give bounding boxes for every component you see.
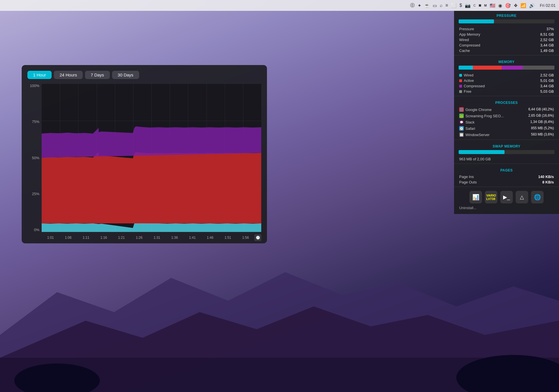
pressure-value-1: 8,51 GB bbox=[540, 32, 554, 37]
globe-btn[interactable]: △ bbox=[516, 191, 528, 203]
menubar: ⓪ ✦ ☕ ▭ ⌕ ≡ ⬜ $ 📷 C ■ M 🇺🇸 ◉ 🎯 ❖ 📶 🔊 Fri… bbox=[0, 0, 559, 11]
search-icon[interactable]: ⌕ bbox=[440, 3, 443, 8]
pressure-label-3: Compressed bbox=[459, 43, 480, 47]
page-outs-value: 8 KB/s bbox=[542, 180, 554, 184]
control-icon[interactable]: ⬜ bbox=[451, 3, 457, 8]
x-label-5: 1:26 bbox=[130, 236, 148, 240]
x-label-10: 1:51 bbox=[219, 236, 237, 240]
x-label-1: 1:06 bbox=[59, 236, 77, 240]
pressure-header: PRESSURE bbox=[454, 11, 559, 19]
legend-wired: Wired 2,52 GB bbox=[459, 72, 554, 78]
memory-bar-free bbox=[523, 66, 554, 70]
x-label-11: 1:56 bbox=[237, 236, 254, 240]
menubar-time: Fri 02:01 bbox=[540, 3, 556, 8]
pressure-value-4: 1,49 GB bbox=[540, 49, 554, 53]
x-label-4: 1:21 bbox=[113, 236, 130, 240]
process-0: 🌐Google Chrome 6,44 GB (40,2%) bbox=[454, 106, 559, 113]
x-label-0: 1:01 bbox=[42, 236, 59, 240]
x-label-7: 1:36 bbox=[166, 236, 183, 240]
1password-icon[interactable]: ⓪ bbox=[410, 3, 415, 9]
swap-text: 963 MB of 2,00 GB bbox=[454, 156, 559, 162]
pressure-label-0: Pressure bbox=[459, 27, 474, 31]
memory-chart-svg bbox=[42, 84, 261, 232]
pressure-row-1: App Memory 8,51 GB bbox=[454, 32, 559, 37]
chart-panel: 1 Hour 24 Hours 7 Days 30 Days 100% 75% … bbox=[22, 65, 267, 243]
memory-header: MEMORY bbox=[454, 57, 559, 66]
process-2: 💬Slack 1,34 GB (8,4%) bbox=[454, 119, 559, 125]
y-label-75: 75% bbox=[32, 120, 39, 124]
mountain-background bbox=[0, 249, 559, 392]
memory-bar-active bbox=[473, 66, 502, 70]
processes-header: PROCESSES bbox=[454, 98, 559, 106]
variable-btn[interactable]: VARIOLV738 bbox=[485, 191, 497, 203]
m-icon[interactable]: M bbox=[484, 4, 487, 7]
x-label-8: 1:41 bbox=[183, 236, 201, 240]
pressure-label-1: App Memory bbox=[459, 32, 480, 37]
process-1: 🐸Screaming Frog SEO... 2,65 GB (16,6%) bbox=[454, 113, 559, 119]
circle-icon[interactable]: ◉ bbox=[498, 3, 502, 8]
memory-bar-wired bbox=[459, 66, 473, 70]
time-buttons: 1 Hour 24 Hours 7 Days 30 Days bbox=[27, 71, 261, 79]
wifi-icon[interactable]: 📶 bbox=[520, 3, 526, 8]
menubar-icons: ⓪ ✦ ☕ ▭ ⌕ ≡ ⬜ $ 📷 C ■ M 🇺🇸 ◉ 🎯 ❖ 📶 🔊 Fri… bbox=[410, 3, 556, 9]
pressure-row-2: Wired 2,52 GB bbox=[454, 37, 559, 43]
btn-1hour[interactable]: 1 Hour bbox=[27, 71, 52, 79]
memory-bar bbox=[459, 66, 554, 70]
page-ins-value: 140 KB/s bbox=[538, 175, 554, 179]
black-square-icon[interactable]: ■ bbox=[479, 3, 481, 8]
pressure-value-2: 2,52 GB bbox=[540, 38, 554, 42]
pressure-bar-fill bbox=[459, 19, 494, 23]
activity-monitor-btn[interactable]: 📊 bbox=[469, 191, 482, 203]
cu-icon[interactable]: C bbox=[473, 4, 476, 7]
battery-icon[interactable]: ▭ bbox=[433, 3, 437, 8]
pages-header: PAGES bbox=[454, 165, 559, 174]
dropbox-icon[interactable]: ❖ bbox=[514, 3, 518, 8]
x-label-9: 1:46 bbox=[201, 236, 219, 240]
btn-7days[interactable]: 7 Days bbox=[85, 71, 110, 79]
safari-btn[interactable]: 🌐 bbox=[531, 191, 544, 203]
legend-compressed: Compressed 3,44 GB bbox=[459, 83, 554, 89]
legend-active: Active 5,01 GB bbox=[459, 78, 554, 83]
chart-plot bbox=[42, 84, 261, 232]
crosshair-icon[interactable]: 🎯 bbox=[505, 3, 511, 8]
page-outs-label: Page Outs bbox=[459, 180, 477, 184]
pressure-label-4: Cache bbox=[459, 49, 470, 53]
camera-icon[interactable]: 📷 bbox=[465, 3, 471, 8]
scrobbler-icon[interactable]: $ bbox=[459, 3, 462, 8]
y-label-0: 0% bbox=[34, 228, 39, 232]
istatmenus-icon[interactable]: ≡ bbox=[445, 3, 448, 8]
legend-free: Free 5,03 GB bbox=[459, 89, 554, 94]
pressure-bar bbox=[459, 19, 554, 23]
volume-icon[interactable]: 🔊 bbox=[529, 3, 535, 8]
bluetooth-icon[interactable]: ✦ bbox=[418, 3, 421, 8]
pressure-label-2: Wired bbox=[459, 38, 469, 42]
bottom-toolbar: 📊 VARIOLV738 ▶_ △ 🌐 bbox=[454, 189, 559, 205]
chart-area: 100% 75% 50% 25% 0% bbox=[27, 84, 261, 243]
swap-bar bbox=[459, 150, 554, 154]
process-3: 🧭Safari 855 MB (5,2%) bbox=[454, 125, 559, 132]
flag-icon[interactable]: 🇺🇸 bbox=[490, 3, 495, 8]
pressure-value-3: 3,44 GB bbox=[540, 43, 554, 47]
memory-bar-compressed bbox=[502, 66, 523, 70]
y-label-25: 25% bbox=[32, 192, 39, 196]
pressure-row-3: Compressed 3,44 GB bbox=[454, 43, 559, 48]
pages-row-0: Page Ins 140 KB/s bbox=[454, 174, 559, 179]
pages-row-1: Page Outs 8 KB/s bbox=[454, 179, 559, 185]
y-label-100: 100% bbox=[30, 84, 39, 88]
btn-30days[interactable]: 30 Days bbox=[112, 71, 139, 79]
btn-24hours[interactable]: 24 Hours bbox=[54, 71, 83, 79]
x-labels: 1:01 1:06 1:11 1:16 1:21 1:26 1:31 1:36 … bbox=[42, 232, 261, 243]
memory-legend: Wired 2,52 GB Active 5,01 GB Compressed … bbox=[454, 72, 559, 94]
clock-icon[interactable]: 🕐 bbox=[254, 234, 261, 241]
x-label-6: 1:31 bbox=[148, 236, 166, 240]
coffee-icon[interactable]: ☕ bbox=[424, 3, 430, 8]
y-label-50: 50% bbox=[32, 156, 39, 160]
y-labels: 100% 75% 50% 25% 0% bbox=[27, 84, 42, 232]
pressure-row-4: Cache 1,49 GB bbox=[454, 48, 559, 53]
uninstall-link[interactable]: Uninstall... bbox=[454, 205, 559, 211]
terminal-btn[interactable]: ▶_ bbox=[500, 191, 513, 203]
desktop: ⓪ ✦ ☕ ▭ ⌕ ≡ ⬜ $ 📷 C ■ M 🇺🇸 ◉ 🎯 ❖ 📶 🔊 Fri… bbox=[0, 0, 559, 392]
x-label-2: 1:11 bbox=[77, 236, 95, 240]
monitor-panel: PRESSURE Pressure 37% App Memory 8,51 GB… bbox=[454, 11, 559, 214]
process-4: ⬜WindowServer 583 MB (3,6%) bbox=[454, 132, 559, 138]
